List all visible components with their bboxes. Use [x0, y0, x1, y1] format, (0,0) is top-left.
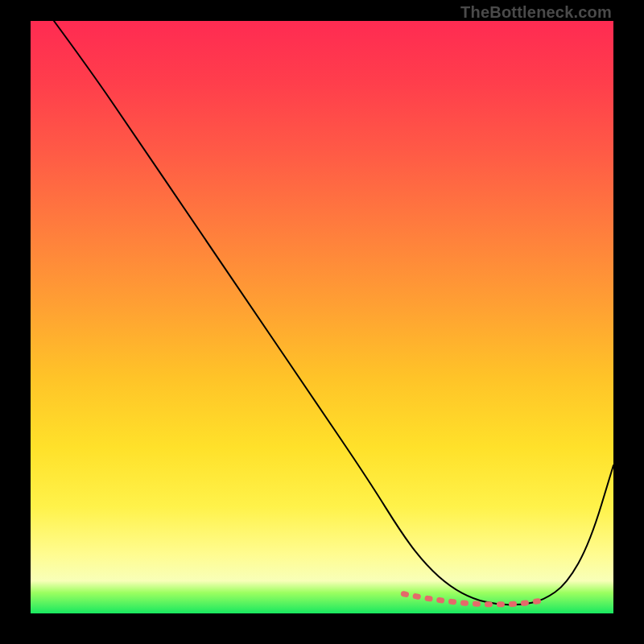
curve-svg	[31, 21, 613, 613]
bottleneck-curve	[54, 21, 613, 605]
plot-area	[31, 21, 613, 613]
watermark-text: TheBottleneck.com	[460, 3, 612, 22]
chart-frame: TheBottleneck.com	[0, 0, 644, 644]
